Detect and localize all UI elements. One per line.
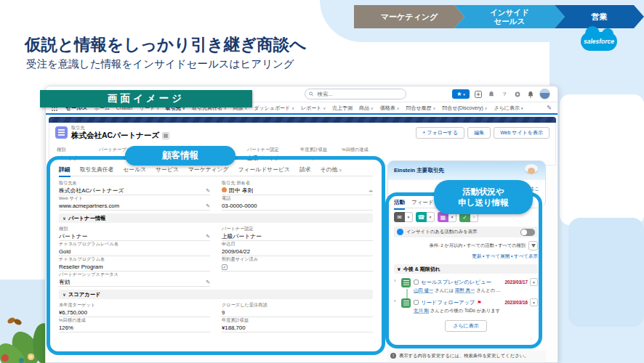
nav-item-dashboards[interactable]: ダッシュボード∨ xyxy=(254,105,294,112)
account-header-card: 取引先 株式会社ACパートナーズ + フォローする 編集 Web サイトを表示 … xyxy=(49,123,556,166)
activity-filter-row: 条件: 2 か月以内 • すべての活動 • すべての種別 xyxy=(394,241,538,250)
activity-due-date: 2023/03/16 xyxy=(504,300,528,305)
global-search[interactable] xyxy=(305,89,406,99)
field-account-name: 取引先名 株式会社ACパートナーズ✎ xyxy=(59,180,210,195)
call-action-icon[interactable]: ☎ xyxy=(416,212,427,222)
nav-item-pricebooks[interactable]: 価格表∨ xyxy=(380,105,400,112)
task-checkbox[interactable] xyxy=(414,300,419,305)
activity-item[interactable]: › セールスプレゼンのレビュー 2023/03/17 ▼ 山田 健一 さんには … xyxy=(394,278,538,294)
view-website-button[interactable]: Web サイトを表示 xyxy=(494,127,550,139)
detail-field-grid: 取引先名 株式会社ACパートナーズ✎ 取引先 所有者 田中 孝則⌯ Web サイ… xyxy=(59,180,373,333)
activity-dropdown-caret[interactable]: ▼ xyxy=(530,298,538,306)
filter-summary: 条件: 2 か月以内 • すべての活動 • すべての種別 xyxy=(430,242,526,249)
help-question-icon[interactable]: ? xyxy=(500,90,509,99)
edit-button[interactable]: 編集 xyxy=(467,127,491,139)
checkbox-checked-icon: ✓ xyxy=(222,264,228,270)
account-hierarchy-icon[interactable] xyxy=(162,132,169,139)
section-scorecard[interactable]: ∨スコアカード xyxy=(59,290,373,299)
favorites-star-icon[interactable]: ★▾ xyxy=(452,89,470,99)
expand-chevron-icon[interactable]: › xyxy=(394,278,398,294)
tab-billing[interactable]: 請求 xyxy=(299,166,311,174)
activity-title-link[interactable]: セールスプレゼンのレビュー xyxy=(421,279,502,286)
process-step-label: マーケティング xyxy=(381,12,438,22)
insight-toggle-row: インサイトのある活動のみを表示 xyxy=(394,227,538,237)
edit-pencil-icon[interactable]: ✎ xyxy=(206,280,210,285)
account-action-buttons: + フォローする 編集 Web サイトを表示 xyxy=(416,127,550,139)
einstein-card-title: Einstein 主要取引先 xyxy=(394,167,444,174)
nav-item-inquiry-history[interactable]: 問合せ履歴∨ xyxy=(406,105,435,112)
tab-service[interactable]: サービス xyxy=(156,166,179,174)
edit-pencil-icon[interactable]: ✎ xyxy=(206,203,210,209)
activity-due-date: 2023/03/17 xyxy=(504,280,528,285)
process-step-label: インサイド セールス xyxy=(490,8,529,25)
nav-item-more[interactable]: さらに表示▾ xyxy=(494,105,523,112)
follow-button[interactable]: + フォローする xyxy=(416,127,464,139)
tab-more[interactable]: その他∨ xyxy=(321,166,342,174)
field-ytd-revenue: 年度累計収益 ¥188,700 xyxy=(222,317,373,333)
field-percent-to-goal: %目標の達成 126% xyxy=(59,317,210,333)
edit-nav-pencil-icon[interactable]: ✎ xyxy=(547,105,552,111)
page-title: 仮説と情報をしっかり引き継ぎ商談へ xyxy=(25,33,306,56)
user-avatar[interactable] xyxy=(539,89,550,99)
person-link[interactable]: 北川 剛 xyxy=(414,308,429,314)
activity-item[interactable]: › リードフォローアップ ⚑ 2023/03/16 ▼ 北川 剛 さんとの今後の… xyxy=(394,298,538,314)
field-type: 種別 パートナー✎ xyxy=(59,226,210,241)
call-dropdown-caret[interactable]: ▼ xyxy=(427,212,435,222)
activity-panel: 活動 フィード Einstein CPQ その他∨ ✉▼ ☎▼ ▦▼ ✓▼ イン… xyxy=(389,194,543,345)
tab-details[interactable]: 詳細 xyxy=(59,166,71,177)
flower-decoration xyxy=(28,354,34,360)
global-actions-plus-icon[interactable] xyxy=(474,90,483,99)
activity-refresh-links[interactable]: 更新 • すべて展開 • すべて表示 xyxy=(394,253,538,260)
activity-description: 北川 剛 さんとの今後の ToDo があります xyxy=(414,308,538,314)
tab-field-service[interactable]: フィールドサービス xyxy=(238,166,290,174)
account-theme-banner xyxy=(49,117,556,123)
change-owner-icon[interactable]: ⌯ xyxy=(369,188,373,194)
tab-feed[interactable]: フィード xyxy=(411,199,434,206)
edit-pencil-icon[interactable]: ✎ xyxy=(206,188,210,194)
search-input[interactable] xyxy=(315,90,402,98)
account-icon xyxy=(55,126,68,139)
guidance-bell-icon[interactable] xyxy=(487,90,496,99)
upcoming-overdue-section[interactable]: ∨今後 & 期限切れ xyxy=(394,264,538,274)
field-channel-program-name: チャネルプログラム名 Reseller Program xyxy=(59,256,210,272)
expand-chevron-icon[interactable]: › xyxy=(394,298,398,314)
tab-sales[interactable]: セールス xyxy=(123,166,146,174)
process-step-inside-sales: インサイド セールス xyxy=(454,5,565,28)
einstein-insight-icon xyxy=(397,229,403,235)
nav-item-forecasts[interactable]: 売上予測 xyxy=(332,105,353,112)
field-contract-signed: 契約書サイン済み ✓ xyxy=(222,256,373,272)
nav-item-inquiry-discovery[interactable]: 問合せ(Discovery)∨ xyxy=(442,105,487,112)
section-partner-info[interactable]: ∨パートナー情報 xyxy=(59,213,373,223)
highlight-field: 種別 パートナー xyxy=(57,147,84,162)
highlight-field: %目標の達成 126% xyxy=(342,147,369,162)
tab-contacts[interactable]: 取引先責任者 xyxy=(80,166,114,174)
screen-image-label: 画面イメージ xyxy=(40,90,252,107)
person-link[interactable]: 南野 真一 xyxy=(455,287,475,293)
nav-item-reports[interactable]: レポート∨ xyxy=(301,105,326,112)
show-more-button[interactable]: さらに表示 xyxy=(445,320,487,332)
tab-marketing[interactable]: マーケティング xyxy=(188,166,229,174)
filter-funnel-icon[interactable] xyxy=(528,241,538,250)
activity-footer-note: ! 表示する内容を変更するには、検索条件を変更してください。 xyxy=(387,351,546,362)
setup-gear-icon[interactable] xyxy=(513,90,522,99)
nav-item-products[interactable]: 商品∨ xyxy=(359,105,374,112)
search-icon xyxy=(309,91,313,97)
tab-activity[interactable]: 活動 xyxy=(394,199,405,210)
process-flow: マーケティング インサイド セールス 営業 xyxy=(354,5,644,28)
process-step-sales: 営業 xyxy=(555,5,644,28)
edit-pencil-icon[interactable]: ✎ xyxy=(206,234,210,240)
priority-flag-icon: ⚑ xyxy=(477,300,481,306)
task-checkbox[interactable] xyxy=(414,280,419,285)
insight-toggle-label: インサイトのある活動のみを表示 xyxy=(406,229,518,235)
owner-avatar xyxy=(222,187,227,192)
email-dropdown-caret[interactable]: ▼ xyxy=(405,212,413,222)
background-blob-right-inner xyxy=(568,218,644,327)
einstein-card-header: Einstein 主要取引先 xyxy=(388,161,545,180)
insight-toggle-switch[interactable] xyxy=(520,229,535,236)
email-action-icon[interactable]: ✉ xyxy=(394,212,405,222)
notifications-bell-icon[interactable] xyxy=(526,90,535,99)
activity-dropdown-caret[interactable]: ▼ xyxy=(530,278,538,286)
activity-title-link[interactable]: リードフォローアップ xyxy=(421,299,475,306)
person-link[interactable]: 山田 健一 xyxy=(414,287,433,293)
field-closed-won-opps: クローズした受注商談 9 xyxy=(222,302,373,317)
